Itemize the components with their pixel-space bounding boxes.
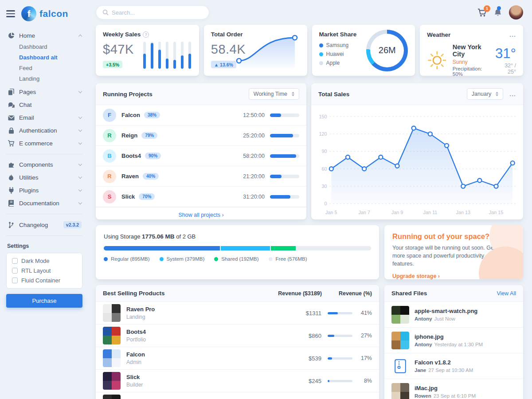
legend-dot xyxy=(319,52,323,56)
chevron-down-icon xyxy=(78,175,82,179)
progress-bar xyxy=(270,175,299,178)
sidebar-item-documentation[interactable]: Documentation xyxy=(6,197,82,210)
show-all-projects-link[interactable]: Show all projects › xyxy=(178,212,223,218)
pages-icon xyxy=(7,89,15,95)
project-row-boots4[interactable]: B Boots4 90% 58:20:00 xyxy=(96,146,306,166)
more-options-icon[interactable]: ... xyxy=(509,31,516,38)
sidebar-item-authentication[interactable]: Authentication xyxy=(6,124,82,137)
sidebar-item-chat[interactable]: Chat xyxy=(6,98,82,111)
storage-seg-shared xyxy=(271,246,296,250)
progress-badge: 38% xyxy=(144,112,160,118)
divider xyxy=(6,214,82,214)
brand-name: falcon xyxy=(39,8,68,19)
sidebar-item-label: Authentication xyxy=(19,127,75,134)
chevron-down-icon xyxy=(78,115,82,119)
sidebar-item-email[interactable]: Email xyxy=(6,111,82,124)
file-row-iphone[interactable]: iphone.jpg AntonyYesterday at 1:30 PM xyxy=(384,328,523,353)
sidebar-item-home[interactable]: Home xyxy=(6,29,82,42)
brand-logo[interactable]: f falcon xyxy=(21,6,68,21)
project-row-raven[interactable]: R Raven 40% 21:20:00 xyxy=(96,166,306,187)
product-thumbnail xyxy=(103,304,121,322)
progress-badge: 79% xyxy=(141,132,157,139)
view-all-link[interactable]: View All xyxy=(497,290,516,297)
weather-city: New York City xyxy=(453,43,490,58)
search-box[interactable] xyxy=(96,5,209,20)
notifications-button[interactable] xyxy=(494,8,502,17)
version-badge: v2.3.2 xyxy=(63,221,82,228)
sidebar-item-plugins[interactable]: Plugins xyxy=(6,184,82,197)
sidebar-item-landing[interactable]: Landing xyxy=(19,73,82,84)
month-select[interactable]: January xyxy=(467,88,503,100)
project-row-slick[interactable]: S Slick 70% 31:20:00 xyxy=(96,187,306,207)
total-order-card: Total Order 58.4K ▲ 13.6% xyxy=(204,25,307,76)
storage-card: Using Storage 1775.06 MB of 2 GB Regular… xyxy=(96,225,379,279)
project-avatar: B xyxy=(103,149,116,163)
product-row-boots4[interactable]: Boots4Portfolio $86027% xyxy=(96,325,379,347)
chevron-down-icon xyxy=(78,90,82,93)
product-row-partial[interactable] xyxy=(96,392,379,399)
search-input[interactable] xyxy=(112,9,203,16)
rtl-layout-toggle[interactable]: RTL Layout xyxy=(12,267,77,274)
storage-row: Using Storage 1775.06 MB of 2 GB Regular… xyxy=(96,225,523,279)
hamburger-menu-icon[interactable] xyxy=(6,10,15,17)
checkbox-icon[interactable] xyxy=(12,278,18,283)
more-options-icon[interactable]: ... xyxy=(509,90,516,98)
help-icon[interactable]: ? xyxy=(143,31,149,38)
sidebar-item-dashboard[interactable]: Dashboard xyxy=(19,41,82,52)
weather-temp: 31° xyxy=(495,46,516,62)
working-time-select[interactable]: Working Time xyxy=(249,88,299,100)
legend-dot xyxy=(104,257,108,261)
topnav-actions: 1 xyxy=(477,5,523,20)
sun-icon xyxy=(427,49,447,72)
sidebar-item-ecommerce[interactable]: E commerce xyxy=(6,137,82,150)
svg-text:Jan 13: Jan 13 xyxy=(456,210,470,215)
checkbox-icon[interactable] xyxy=(12,268,18,274)
weekly-sales-bar-chart xyxy=(143,42,191,69)
cart-button[interactable]: 1 xyxy=(477,8,487,17)
sidebar-item-feed[interactable]: Feed xyxy=(19,63,82,73)
legend-dot xyxy=(160,257,164,261)
file-author: Jane xyxy=(415,368,426,373)
product-row-slick[interactable]: SlickBuilder $2458% xyxy=(96,370,379,392)
pie-chart-icon xyxy=(7,32,15,39)
project-avatar: R xyxy=(103,129,116,142)
best-selling-card: Best Selling Products Revenue ($3189) Re… xyxy=(96,285,379,399)
fluid-container-toggle[interactable]: Fluid Container xyxy=(12,277,77,284)
sort-icon xyxy=(496,92,498,96)
product-thumbnail xyxy=(103,395,121,399)
sidebar-item-dashboard-alt[interactable]: Dashboard alt xyxy=(19,52,82,63)
file-author: Antony xyxy=(415,316,432,321)
sidebar-item-pages[interactable]: Pages xyxy=(6,86,82,98)
project-row-falcon[interactable]: F Falcon 38% 12:50:00 xyxy=(96,105,306,125)
purchase-button[interactable]: Purchase xyxy=(6,294,82,308)
metrics-row: Weekly Sales ? $47K +3.5% Total Order 5 xyxy=(96,25,523,76)
sidebar-nav: Home Dashboard Dashboard alt Feed Landin… xyxy=(6,29,82,236)
settings-heading: Settings xyxy=(7,243,82,249)
bottom-row: Best Selling Products Revenue ($3189) Re… xyxy=(96,285,523,399)
file-row-imac[interactable]: iMac.jpg Rowen23 Sep at 6:10 PM xyxy=(384,379,523,399)
user-avatar[interactable] xyxy=(509,5,523,20)
sidebar-header: f falcon xyxy=(6,6,82,21)
file-time: 23 Sep at 6:10 PM xyxy=(434,393,476,399)
chevron-up-icon xyxy=(78,35,82,38)
product-row-falcon[interactable]: FalconAdmin $53917% xyxy=(96,347,379,370)
card-title: Weather xyxy=(427,31,450,38)
sidebar-item-label: Home xyxy=(19,32,75,39)
svg-text:Jan 5: Jan 5 xyxy=(325,210,337,215)
storage-legend: Regular (895MB) System (379MB) Shared (1… xyxy=(104,256,371,262)
file-row-apple-smart-watch[interactable]: apple-smart-watch.png AntonyJust Now xyxy=(384,302,523,328)
main-content: 1 Weekly Sales ? $47K +3.5% xyxy=(89,0,532,399)
upgrade-storage-link[interactable]: Upgrade storage › xyxy=(392,273,440,279)
sidebar-item-utilities[interactable]: Utilities xyxy=(6,171,82,184)
product-row-raven-pro[interactable]: Raven ProLanding $131141% xyxy=(96,302,379,325)
checkbox-icon[interactable] xyxy=(12,258,18,264)
project-row-reign[interactable]: R Reign 79% 25:20:00 xyxy=(96,125,306,146)
sidebar-item-label: Utilities xyxy=(19,174,75,181)
project-avatar: F xyxy=(103,109,116,122)
sidebar-item-components[interactable]: Components xyxy=(6,158,82,171)
dark-mode-toggle[interactable]: Dark Mode xyxy=(12,258,77,264)
sidebar-item-changelog[interactable]: Changelog v2.3.2 xyxy=(6,218,82,231)
legend-item: Free (576MB) xyxy=(269,256,307,262)
file-row-falcon-zip[interactable]: Falcon v1.8.2 Jane27 Sep at 10:30 AM xyxy=(384,353,523,379)
legend-dot xyxy=(319,43,323,47)
